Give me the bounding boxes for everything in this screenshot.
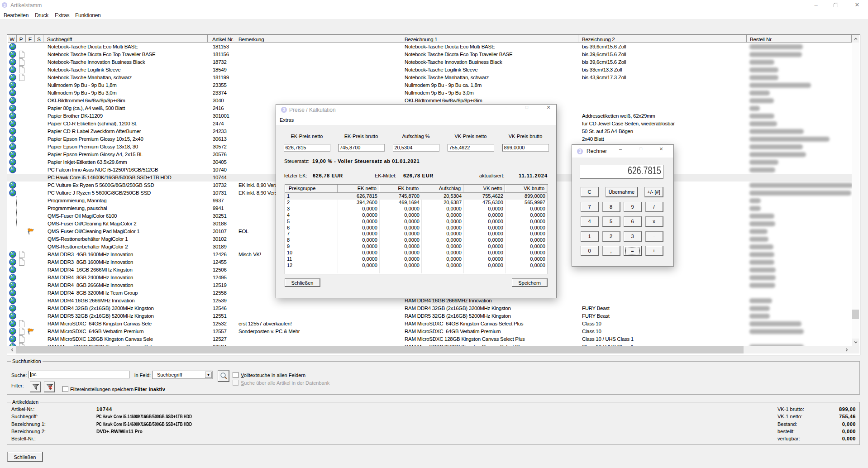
svg-text:3: 3 bbox=[283, 107, 286, 112]
svg-text:3: 3 bbox=[579, 149, 582, 154]
svg-text:3: 3 bbox=[3, 3, 5, 8]
